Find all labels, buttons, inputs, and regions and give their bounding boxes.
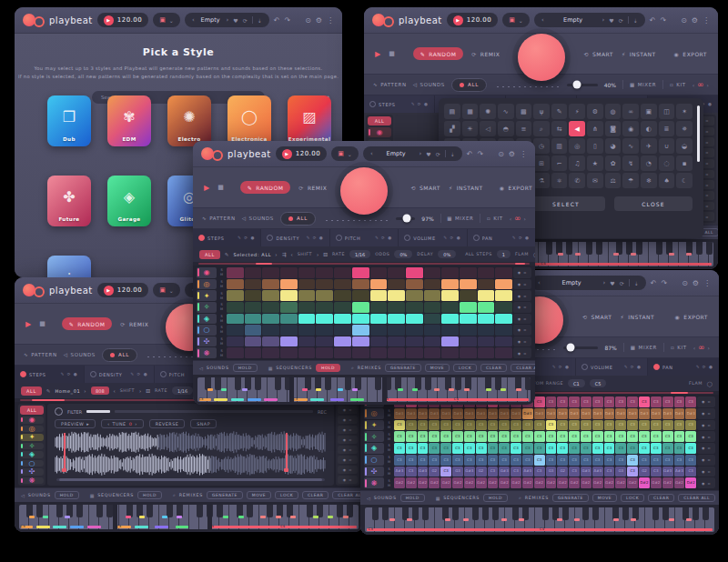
step-cell[interactable] [245, 279, 262, 290]
note-cell[interactable]: C3 [651, 443, 662, 454]
solo-label[interactable]: S [388, 479, 389, 483]
next-preset-icon[interactable]: › [419, 150, 421, 157]
row-controls[interactable]: ◉ ▫ [697, 420, 715, 431]
black-key[interactable] [215, 377, 221, 390]
note-cell[interactable]: D#3 [511, 408, 521, 419]
sounds-toggle[interactable]: ◁SOUNDS [64, 352, 96, 357]
redo-icon[interactable]: ↷ [660, 16, 666, 25]
row-controls[interactable]: ◉ ▫ [513, 267, 531, 278]
pattern-mode-selector[interactable]: ▣⌄ [153, 13, 180, 27]
sound-tile-moon[interactable]: ☾ [676, 173, 693, 188]
note-cell[interactable]: C3 [674, 396, 685, 407]
step-cell[interactable] [495, 302, 512, 313]
black-key[interactable] [586, 242, 592, 255]
sound-tile-burger[interactable]: ≣ [659, 121, 675, 136]
step-cell[interactable] [441, 347, 459, 358]
black-key[interactable] [706, 242, 713, 255]
note-cell[interactable]: C3 [581, 420, 592, 431]
note-cell[interactable]: D#3 [418, 408, 429, 419]
random-button[interactable]: ✎RANDOM [240, 181, 291, 194]
play-icon[interactable]: ▶ [104, 286, 114, 296]
note-cell[interactable]: C3 [534, 455, 545, 466]
note-cell[interactable]: D#3 [651, 408, 662, 419]
note-cell[interactable]: G#3 [418, 467, 429, 477]
instrument-hihat-closed-icon[interactable]: ✦ [20, 434, 44, 441]
note-cell[interactable]: C3 [440, 431, 451, 442]
settings-icon[interactable]: ⚙ [509, 150, 515, 158]
mute-label[interactable]: M [388, 448, 390, 452]
step-cell[interactable] [406, 347, 423, 358]
note-cell[interactable]: C3 [406, 455, 417, 466]
note-cell[interactable]: C3 [674, 431, 685, 442]
note-cell[interactable]: C3 [429, 455, 440, 466]
note-cell[interactable]: C3 [569, 455, 580, 466]
row-mini-controls[interactable]: ◉ ▫ [338, 466, 358, 474]
sound-tile-flask[interactable]: ⚗ [533, 173, 550, 188]
step-cell[interactable] [388, 267, 405, 278]
black-key[interactable] [382, 507, 389, 520]
sound-tile-wave[interactable]: ∿ [498, 104, 514, 119]
step-cell[interactable] [495, 279, 512, 290]
sequencers-hold-button[interactable]: HOLD [137, 491, 162, 499]
step-cell[interactable] [262, 279, 279, 290]
note-cell[interactable]: D#3 [615, 408, 626, 419]
note-cell[interactable]: C3 [557, 396, 568, 407]
chevron-right-icon[interactable]: › [139, 388, 141, 394]
row-mini-controls[interactable]: ◉ ▫ [338, 436, 358, 444]
sounds-hold-button[interactable]: HOLD [400, 494, 425, 502]
note-cell[interactable]: G#2 [569, 477, 580, 488]
note-cell[interactable]: C3 [476, 420, 487, 431]
all-rows-button[interactable]: ALL [21, 386, 42, 396]
note-cell[interactable]: C3 [685, 396, 696, 407]
solo-label[interactable]: S [220, 315, 222, 318]
sequencers-hold-button[interactable]: HOLD [316, 364, 340, 372]
param-section-volume[interactable]: VOLUME✎ ⟳ ● [399, 229, 467, 246]
preset-selector[interactable]: ‹Empty›♥⟳⇣ [363, 146, 462, 161]
solo-label[interactable]: S [388, 433, 389, 437]
step-cell[interactable] [441, 336, 459, 347]
note-cell[interactable]: D#3 [476, 408, 487, 419]
note-cell[interactable]: C3 [627, 455, 638, 466]
note-cell[interactable]: C3 [639, 396, 650, 407]
remix-button[interactable]: ⟳REMIX [298, 185, 327, 191]
note-cell[interactable]: C3 [488, 443, 499, 454]
mute-label[interactable]: M [220, 330, 223, 334]
note-cell[interactable]: C3 [662, 431, 673, 442]
black-key[interactable] [422, 507, 429, 520]
note-cell[interactable]: C3 [488, 420, 499, 431]
mute-label[interactable]: M [220, 319, 223, 323]
note-cell[interactable]: C3 [604, 455, 615, 466]
solo-label[interactable]: S [388, 421, 389, 425]
black-key[interactable] [96, 505, 103, 517]
generate-button[interactable]: GENERATE [207, 491, 243, 499]
mixer-button[interactable]: ▦MIXER [630, 82, 656, 87]
note-cell[interactable]: C3 [604, 443, 615, 454]
note-cell[interactable]: C3 [464, 455, 475, 466]
instrument-hihat-open-icon[interactable]: ✧ [197, 302, 217, 313]
note-cell[interactable]: G#2 [651, 477, 662, 488]
note-cell[interactable]: C3 [615, 420, 626, 431]
trim-marker[interactable] [64, 433, 66, 468]
play-button[interactable]: ▶ [204, 184, 209, 192]
clear-button[interactable]: CLEAR [648, 494, 674, 502]
next-preset-icon[interactable]: › [602, 279, 605, 286]
step-cell[interactable] [316, 314, 333, 325]
note-cell[interactable]: G#2 [674, 477, 685, 488]
step-cell[interactable] [478, 336, 495, 347]
sound-tile-bolt[interactable]: ↯ [622, 156, 639, 171]
lock-button[interactable]: LOCK [621, 494, 644, 502]
note-cell[interactable]: C3 [499, 420, 510, 431]
note-cell[interactable]: C3 [406, 443, 417, 454]
all-filter-button[interactable]: ALL [280, 212, 316, 226]
note-cell[interactable]: C3 [488, 431, 499, 442]
black-key[interactable] [542, 507, 549, 520]
note-cell[interactable]: C3 [511, 431, 521, 442]
note-cell[interactable]: C3 [452, 420, 463, 431]
solo-label[interactable]: S [388, 409, 389, 413]
note-cell[interactable]: C3 [685, 420, 696, 431]
step-cell[interactable] [441, 314, 459, 325]
prev-preset-icon[interactable]: ‹ [192, 16, 195, 24]
note-cell[interactable]: C3 [639, 431, 650, 442]
sample-tag[interactable]: 808 [91, 386, 109, 395]
black-key[interactable] [696, 242, 703, 255]
